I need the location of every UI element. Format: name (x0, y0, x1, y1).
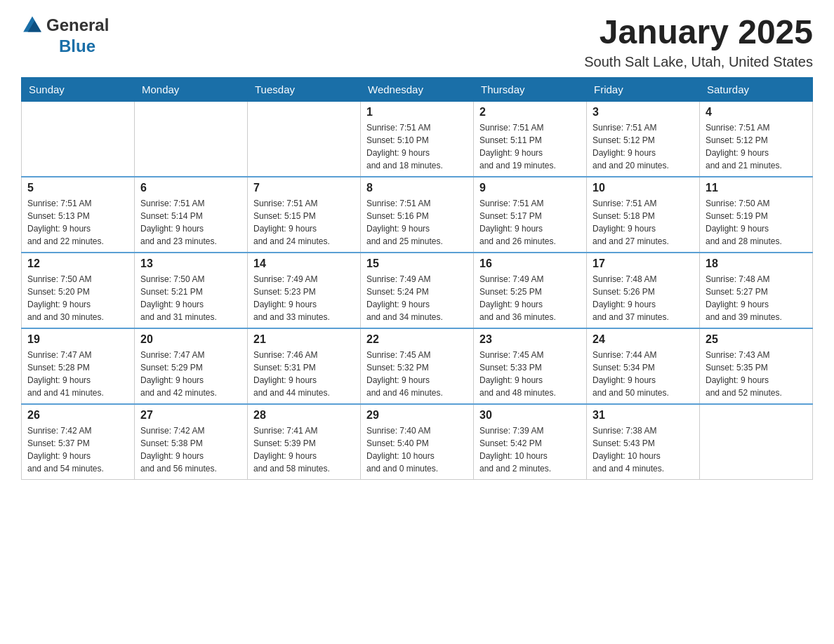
day-number: 20 (140, 333, 241, 346)
calendar-cell: 3Sunrise: 7:51 AMSunset: 5:12 PMDaylight… (587, 101, 700, 177)
calendar-table: SundayMondayTuesdayWednesdayThursdayFrid… (21, 77, 813, 480)
day-info: Sunrise: 7:49 AMSunset: 5:25 PMDaylight:… (479, 273, 581, 323)
page-header: General Blue January 2025 South Salt Lak… (21, 14, 813, 70)
day-number: 22 (366, 333, 468, 346)
month-title: January 2025 (584, 14, 813, 51)
calendar-cell (22, 101, 135, 177)
day-number: 6 (140, 182, 241, 194)
day-number: 31 (593, 409, 694, 422)
calendar-cell: 30Sunrise: 7:39 AMSunset: 5:42 PMDayligh… (474, 404, 587, 480)
day-info: Sunrise: 7:39 AMSunset: 5:42 PMDaylight:… (479, 424, 581, 475)
weekday-header-saturday: Saturday (700, 77, 813, 101)
day-info: Sunrise: 7:40 AMSunset: 5:40 PMDaylight:… (366, 424, 468, 475)
calendar-cell: 8Sunrise: 7:51 AMSunset: 5:16 PMDaylight… (361, 177, 474, 253)
day-info: Sunrise: 7:51 AMSunset: 5:18 PMDaylight:… (593, 197, 694, 248)
weekday-header-thursday: Thursday (474, 77, 587, 101)
calendar-cell: 29Sunrise: 7:40 AMSunset: 5:40 PMDayligh… (361, 404, 474, 480)
day-number: 18 (706, 257, 807, 270)
calendar-cell: 18Sunrise: 7:48 AMSunset: 5:27 PMDayligh… (700, 253, 813, 328)
day-number: 21 (253, 333, 355, 346)
calendar-cell: 6Sunrise: 7:51 AMSunset: 5:14 PMDaylight… (135, 177, 248, 253)
day-info: Sunrise: 7:51 AMSunset: 5:13 PMDaylight:… (27, 197, 128, 248)
day-info: Sunrise: 7:51 AMSunset: 5:17 PMDaylight:… (479, 197, 581, 248)
calendar-cell: 20Sunrise: 7:47 AMSunset: 5:29 PMDayligh… (135, 328, 248, 404)
day-info: Sunrise: 7:48 AMSunset: 5:27 PMDaylight:… (706, 273, 807, 323)
day-number: 10 (593, 182, 694, 194)
day-number: 8 (366, 182, 468, 194)
day-info: Sunrise: 7:51 AMSunset: 5:16 PMDaylight:… (366, 197, 468, 248)
day-info: Sunrise: 7:51 AMSunset: 5:12 PMDaylight:… (593, 121, 694, 172)
calendar-cell: 27Sunrise: 7:42 AMSunset: 5:38 PMDayligh… (135, 404, 248, 480)
day-info: Sunrise: 7:42 AMSunset: 5:38 PMDaylight:… (140, 424, 241, 475)
weekday-header-tuesday: Tuesday (248, 77, 361, 101)
day-number: 4 (706, 106, 807, 119)
calendar-cell: 11Sunrise: 7:50 AMSunset: 5:19 PMDayligh… (700, 177, 813, 253)
calendar-cell: 2Sunrise: 7:51 AMSunset: 5:11 PMDaylight… (474, 101, 587, 177)
day-number: 12 (27, 257, 128, 270)
day-number: 23 (479, 333, 581, 346)
weekday-header-friday: Friday (587, 77, 700, 101)
day-number: 26 (27, 409, 128, 422)
calendar-cell: 24Sunrise: 7:44 AMSunset: 5:34 PMDayligh… (587, 328, 700, 404)
calendar-cell: 10Sunrise: 7:51 AMSunset: 5:18 PMDayligh… (587, 177, 700, 253)
day-info: Sunrise: 7:43 AMSunset: 5:35 PMDaylight:… (706, 349, 807, 399)
day-info: Sunrise: 7:51 AMSunset: 5:12 PMDaylight:… (706, 121, 807, 172)
calendar-cell (248, 101, 361, 177)
calendar-week-2: 5Sunrise: 7:51 AMSunset: 5:13 PMDaylight… (22, 177, 813, 253)
day-info: Sunrise: 7:51 AMSunset: 5:15 PMDaylight:… (253, 197, 355, 248)
calendar-cell: 4Sunrise: 7:51 AMSunset: 5:12 PMDaylight… (700, 101, 813, 177)
day-number: 13 (140, 257, 241, 270)
calendar-cell: 23Sunrise: 7:45 AMSunset: 5:33 PMDayligh… (474, 328, 587, 404)
day-info: Sunrise: 7:50 AMSunset: 5:21 PMDaylight:… (140, 273, 241, 323)
day-number: 5 (27, 182, 128, 194)
calendar-cell (135, 101, 248, 177)
calendar-cell: 5Sunrise: 7:51 AMSunset: 5:13 PMDaylight… (22, 177, 135, 253)
weekday-header-sunday: Sunday (22, 77, 135, 101)
day-number: 7 (253, 182, 355, 194)
day-number: 14 (253, 257, 355, 270)
logo: General Blue (21, 14, 109, 56)
day-number: 9 (479, 182, 581, 194)
location-title: South Salt Lake, Utah, United States (584, 54, 813, 70)
day-info: Sunrise: 7:41 AMSunset: 5:39 PMDaylight:… (253, 424, 355, 475)
day-info: Sunrise: 7:46 AMSunset: 5:31 PMDaylight:… (253, 349, 355, 399)
day-info: Sunrise: 7:49 AMSunset: 5:23 PMDaylight:… (253, 273, 355, 323)
logo-general-text: General (46, 15, 109, 35)
calendar-cell: 16Sunrise: 7:49 AMSunset: 5:25 PMDayligh… (474, 253, 587, 328)
calendar-cell: 12Sunrise: 7:50 AMSunset: 5:20 PMDayligh… (22, 253, 135, 328)
day-number: 24 (593, 333, 694, 346)
day-number: 29 (366, 409, 468, 422)
generalblue-logo-icon (21, 14, 44, 36)
calendar-cell: 25Sunrise: 7:43 AMSunset: 5:35 PMDayligh… (700, 328, 813, 404)
calendar-cell: 31Sunrise: 7:38 AMSunset: 5:43 PMDayligh… (587, 404, 700, 480)
day-info: Sunrise: 7:50 AMSunset: 5:20 PMDaylight:… (27, 273, 128, 323)
day-number: 27 (140, 409, 241, 422)
calendar-cell (700, 404, 813, 480)
day-info: Sunrise: 7:51 AMSunset: 5:14 PMDaylight:… (140, 197, 241, 248)
calendar-cell: 1Sunrise: 7:51 AMSunset: 5:10 PMDaylight… (361, 101, 474, 177)
calendar-cell: 9Sunrise: 7:51 AMSunset: 5:17 PMDaylight… (474, 177, 587, 253)
day-number: 17 (593, 257, 694, 270)
calendar-week-3: 12Sunrise: 7:50 AMSunset: 5:20 PMDayligh… (22, 253, 813, 328)
day-info: Sunrise: 7:51 AMSunset: 5:11 PMDaylight:… (479, 121, 581, 172)
weekday-header-row: SundayMondayTuesdayWednesdayThursdayFrid… (22, 77, 813, 101)
logo-blue-text: Blue (59, 36, 95, 56)
day-number: 16 (479, 257, 581, 270)
day-number: 30 (479, 409, 581, 422)
calendar-cell: 28Sunrise: 7:41 AMSunset: 5:39 PMDayligh… (248, 404, 361, 480)
day-info: Sunrise: 7:44 AMSunset: 5:34 PMDaylight:… (593, 349, 694, 399)
day-number: 28 (253, 409, 355, 422)
calendar-cell: 13Sunrise: 7:50 AMSunset: 5:21 PMDayligh… (135, 253, 248, 328)
day-info: Sunrise: 7:45 AMSunset: 5:32 PMDaylight:… (366, 349, 468, 399)
day-info: Sunrise: 7:50 AMSunset: 5:19 PMDaylight:… (706, 197, 807, 248)
calendar-cell: 26Sunrise: 7:42 AMSunset: 5:37 PMDayligh… (22, 404, 135, 480)
day-number: 11 (706, 182, 807, 194)
calendar-week-1: 1Sunrise: 7:51 AMSunset: 5:10 PMDaylight… (22, 101, 813, 177)
day-info: Sunrise: 7:45 AMSunset: 5:33 PMDaylight:… (479, 349, 581, 399)
calendar-cell: 7Sunrise: 7:51 AMSunset: 5:15 PMDaylight… (248, 177, 361, 253)
weekday-header-monday: Monday (135, 77, 248, 101)
weekday-header-wednesday: Wednesday (361, 77, 474, 101)
day-number: 1 (366, 106, 468, 119)
day-number: 19 (27, 333, 128, 346)
day-info: Sunrise: 7:49 AMSunset: 5:24 PMDaylight:… (366, 273, 468, 323)
